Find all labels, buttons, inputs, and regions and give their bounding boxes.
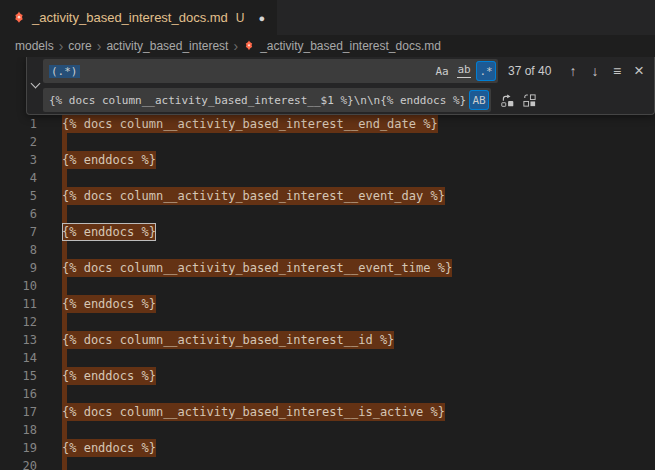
replace-input-value: {% docs column__activity_based_interest_… (49, 94, 467, 107)
editor-tab[interactable]: _activity_based_interest_docs.md U ● (0, 0, 277, 35)
code-line[interactable]: 19{% enddocs %} (0, 439, 655, 457)
breadcrumb-item-activity-based-interest[interactable]: activity_based_interest (106, 39, 228, 53)
replace-all-button[interactable] (518, 89, 540, 111)
code-line[interactable]: 6 (0, 205, 655, 223)
find-match: {% enddocs %} (62, 295, 156, 313)
preserve-case-toggle[interactable]: AB (469, 90, 489, 110)
line-number: 7 (0, 223, 37, 241)
find-match-empty (62, 169, 67, 187)
find-match-empty (62, 241, 67, 259)
line-number: 13 (0, 331, 37, 349)
dbt-file-icon (12, 11, 26, 25)
tab-filename: _activity_based_interest_docs.md (32, 10, 228, 25)
line-content (62, 457, 67, 470)
vscode-window: _activity_based_interest_docs.md U ● mod… (0, 0, 655, 470)
find-match: {% docs column__activity_based_interest_… (62, 331, 394, 349)
find-match: {% docs column__activity_based_interest_… (62, 259, 452, 277)
line-number: 9 (0, 259, 37, 277)
line-content: {% docs column__activity_based_interest_… (62, 331, 394, 349)
line-content (62, 205, 67, 223)
breadcrumb-item-models[interactable]: models (15, 39, 54, 53)
tab-bar: _activity_based_interest_docs.md U ● (0, 0, 655, 35)
line-number: 6 (0, 205, 37, 223)
code-line[interactable]: 1{% docs column__activity_based_interest… (0, 115, 655, 133)
editor-pane[interactable]: (.*) Aa ab .* 37 of 40 ↑ ↓ ≡ × (0, 57, 655, 470)
code-area[interactable]: 1{% docs column__activity_based_interest… (0, 115, 655, 470)
line-number: 3 (0, 151, 37, 169)
code-line[interactable]: 15{% enddocs %} (0, 367, 655, 385)
find-match: {% docs column__activity_based_interest_… (62, 187, 445, 205)
line-content: {% docs column__activity_based_interest_… (62, 403, 445, 421)
line-number: 15 (0, 367, 37, 385)
find-match: {% enddocs %} (62, 367, 156, 385)
line-content: {% enddocs %} (62, 367, 156, 385)
find-input[interactable]: (.*) Aa ab .* (43, 59, 498, 83)
code-line[interactable]: 3{% enddocs %} (0, 151, 655, 169)
line-content (62, 385, 67, 403)
code-line[interactable]: 5{% docs column__activity_based_interest… (0, 187, 655, 205)
line-number: 4 (0, 169, 37, 187)
toggle-replace-button[interactable] (27, 57, 43, 114)
match-case-toggle[interactable]: Aa (432, 61, 452, 81)
code-line[interactable]: 18 (0, 421, 655, 439)
previous-match-button[interactable]: ↑ (562, 60, 584, 82)
code-line[interactable]: 16 (0, 385, 655, 403)
code-line[interactable]: 17{% docs column__activity_based_interes… (0, 403, 655, 421)
find-match-empty (62, 277, 67, 295)
find-match-empty (62, 313, 67, 331)
chevron-right-icon: › (97, 39, 102, 53)
line-number: 8 (0, 241, 37, 259)
code-line[interactable]: 4 (0, 169, 655, 187)
regex-toggle[interactable]: .* (476, 61, 496, 81)
breadcrumb: models › core › activity_based_interest … (0, 35, 655, 57)
find-match: {% docs column__activity_based_interest_… (62, 403, 445, 421)
find-match: {% docs column__activity_based_interest_… (62, 115, 438, 133)
find-match-empty (62, 205, 67, 223)
code-line[interactable]: 14 (0, 349, 655, 367)
chevron-down-icon (30, 79, 40, 89)
code-line[interactable]: 7{% enddocs %} (0, 223, 655, 241)
line-content (62, 169, 67, 187)
find-in-selection-button[interactable]: ≡ (606, 60, 628, 82)
breadcrumb-item-file[interactable]: _activity_based_interest_docs.md (260, 39, 441, 53)
line-content: {% enddocs %} (62, 439, 156, 457)
code-line[interactable]: 10 (0, 277, 655, 295)
chevron-right-icon: › (233, 39, 238, 53)
line-number: 1 (0, 115, 37, 133)
line-content: {% docs column__activity_based_interest_… (62, 115, 438, 133)
breadcrumb-item-core[interactable]: core (68, 39, 91, 53)
current-find-match: {% enddocs %} (62, 223, 156, 241)
find-match-empty (62, 457, 67, 470)
line-content (62, 313, 67, 331)
line-content: {% enddocs %} (62, 223, 156, 241)
whole-word-toggle[interactable]: ab (454, 61, 474, 81)
line-content: {% docs column__activity_based_interest_… (62, 259, 452, 277)
replace-button[interactable] (496, 89, 518, 111)
line-content: {% enddocs %} (62, 295, 156, 313)
code-line[interactable]: 2 (0, 133, 655, 151)
code-line[interactable]: 9{% docs column__activity_based_interest… (0, 259, 655, 277)
replace-all-icon (522, 93, 537, 108)
unsaved-dot-icon[interactable]: ● (259, 12, 266, 24)
line-number: 18 (0, 421, 37, 439)
chevron-right-icon: › (59, 39, 64, 53)
find-match-empty (62, 133, 67, 151)
line-number: 19 (0, 439, 37, 457)
line-number: 10 (0, 277, 37, 295)
replace-icon (500, 93, 515, 108)
replace-input[interactable]: {% docs column__activity_based_interest_… (43, 88, 491, 112)
code-line[interactable]: 20 (0, 457, 655, 470)
results-count: 37 of 40 (508, 64, 551, 78)
line-number: 20 (0, 457, 37, 470)
line-number: 2 (0, 133, 37, 151)
code-line[interactable]: 11{% enddocs %} (0, 295, 655, 313)
close-button[interactable]: × (628, 60, 650, 82)
code-line[interactable]: 12 (0, 313, 655, 331)
line-number: 16 (0, 385, 37, 403)
code-line[interactable]: 13{% docs column__activity_based_interes… (0, 331, 655, 349)
line-content (62, 241, 67, 259)
next-match-button[interactable]: ↓ (584, 60, 606, 82)
line-number: 11 (0, 295, 37, 313)
code-line[interactable]: 8 (0, 241, 655, 259)
line-number: 12 (0, 313, 37, 331)
